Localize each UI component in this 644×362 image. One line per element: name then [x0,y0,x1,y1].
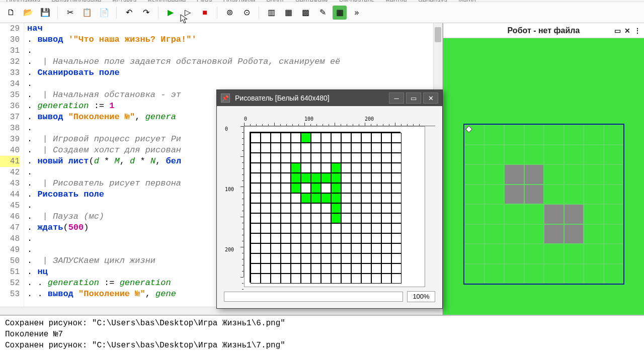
painter-title-bar[interactable]: 📌 Рисователь [Белый 640x480] ─ ▭ ✕ [217,90,442,106]
robot-close-icon[interactable]: ✕ [623,26,632,35]
toolbar: 🗋 📂 💾 ✂ 📋 📄 ↶ ↷ ▶ ▷ ■ ⊚ ⊙ ▥ ▦ ▩ ✎ ▦ » [0,2,644,23]
undo-button[interactable]: ↶ [122,6,136,20]
tool-d[interactable]: ▦ [281,6,295,20]
robot-field[interactable] [463,124,624,285]
zoom-bar: 100% [224,291,435,302]
save-button[interactable]: 💾 [38,6,52,20]
tool-g[interactable]: ▦ [333,6,347,20]
tool-f[interactable]: ✎ [315,6,330,20]
redo-button[interactable]: ↷ [139,6,153,20]
stop-button[interactable]: ■ [198,6,212,20]
ruler-horizontal: 0100200 [244,116,435,126]
scrollbar-thumb[interactable] [435,27,441,42]
tool-b[interactable]: ⊙ [239,6,254,20]
tool-e[interactable]: ▩ [298,6,312,20]
zoom-value: 100% [407,291,435,302]
robot-minimize-icon[interactable]: ▭ [613,26,622,35]
maximize-button[interactable]: ▭ [406,93,421,104]
painter-title: Рисователь [Белый 640x480] [235,94,387,102]
cut-button[interactable]: ✂ [63,6,77,20]
new-button[interactable]: 🗋 [4,6,18,20]
close-button[interactable]: ✕ [423,93,438,104]
robot-menu-icon[interactable]: ⋮ [633,26,642,35]
robot-title-bar: Робот - нет файла ▭ ✕ ⋮ [443,23,644,38]
toolbar-more[interactable]: » [350,6,364,20]
pin-icon[interactable]: 📌 [221,94,230,103]
run-button[interactable]: ▶ [164,6,178,20]
console-output: Сохранен рисунок: "C:\Users\bas\Desktop\… [0,315,644,360]
console-line: Поколение №7 [5,329,639,340]
step-button[interactable]: ▷ [181,6,195,20]
robot-title: Робот - нет файла [508,26,580,35]
tool-c[interactable]: ▥ [264,6,278,20]
painter-body: 0100200 0100200 100% [217,106,442,307]
minimize-button[interactable]: ─ [389,93,404,104]
painter-canvas[interactable] [250,132,400,283]
tool-a[interactable]: ⊚ [222,6,236,20]
robot-panel: Робот - нет файла ▭ ✕ ⋮ [443,23,644,315]
painter-canvas-wrap [244,126,425,287]
open-button[interactable]: 📂 [21,6,35,20]
zoom-slider[interactable] [224,292,403,302]
line-gutter: 2930313233343536373839404142434445464748… [0,23,24,315]
ruler-vertical: 0100200 [224,126,244,277]
paste-button[interactable]: 📄 [97,6,111,20]
console-line: Сохранен рисунок: "C:\Users\bas\Desktop\… [5,340,639,351]
console-line: Сохранен рисунок: "C:\Users\bas\Desktop\… [5,318,639,329]
painter-window[interactable]: 📌 Рисователь [Белый 640x480] ─ ▭ ✕ 01002… [216,89,443,309]
copy-button[interactable]: 📋 [80,6,94,20]
